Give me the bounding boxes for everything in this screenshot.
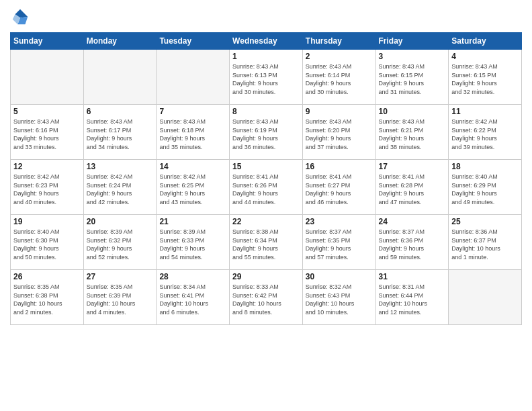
day-number: 4 — [451, 52, 519, 61]
calendar-cell: 8Sunrise: 8:43 AMSunset: 6:19 PMDaylight… — [230, 105, 303, 160]
calendar-cell: 11Sunrise: 8:42 AMSunset: 6:22 PMDayligh… — [449, 105, 522, 160]
calendar-cell: 26Sunrise: 8:35 AMSunset: 6:38 PMDayligh… — [11, 270, 84, 325]
day-number: 14 — [159, 162, 226, 171]
day-number: 28 — [159, 272, 226, 281]
calendar-cell: 28Sunrise: 8:34 AMSunset: 6:41 PMDayligh… — [157, 270, 230, 325]
calendar-cell: 3Sunrise: 8:43 AMSunset: 6:15 PMDaylight… — [375, 50, 449, 105]
day-info: Sunrise: 8:32 AMSunset: 6:43 PMDaylight:… — [306, 283, 373, 316]
day-number: 18 — [451, 162, 519, 171]
day-info: Sunrise: 8:41 AMSunset: 6:27 PMDaylight:… — [306, 173, 373, 206]
logo — [10, 7, 33, 27]
page-header — [10, 7, 522, 27]
day-number: 13 — [87, 162, 154, 171]
day-number: 12 — [13, 162, 81, 171]
calendar-cell: 20Sunrise: 8:39 AMSunset: 6:32 PMDayligh… — [83, 215, 157, 270]
week-row-4: 19Sunrise: 8:40 AMSunset: 6:30 PMDayligh… — [11, 215, 522, 270]
calendar-cell — [449, 270, 522, 325]
day-number: 29 — [232, 272, 300, 281]
day-info: Sunrise: 8:37 AMSunset: 6:35 PMDaylight:… — [306, 228, 373, 261]
week-row-1: 1Sunrise: 8:43 AMSunset: 6:13 PMDaylight… — [11, 50, 522, 105]
calendar-cell: 10Sunrise: 8:43 AMSunset: 6:21 PMDayligh… — [375, 105, 449, 160]
calendar-cell: 5Sunrise: 8:43 AMSunset: 6:16 PMDaylight… — [11, 105, 84, 160]
calendar-cell: 21Sunrise: 8:39 AMSunset: 6:33 PMDayligh… — [157, 215, 230, 270]
calendar-cell: 16Sunrise: 8:41 AMSunset: 6:27 PMDayligh… — [302, 160, 375, 215]
day-number: 10 — [379, 107, 446, 116]
day-info: Sunrise: 8:43 AMSunset: 6:13 PMDaylight:… — [232, 62, 300, 96]
calendar-cell: 2Sunrise: 8:43 AMSunset: 6:14 PMDaylight… — [302, 50, 375, 105]
calendar-cell: 6Sunrise: 8:43 AMSunset: 6:17 PMDaylight… — [83, 105, 157, 160]
calendar: SundayMondayTuesdayWednesdayThursdayFrid… — [10, 32, 522, 325]
day-info: Sunrise: 8:31 AMSunset: 6:44 PMDaylight:… — [379, 283, 446, 316]
day-number: 3 — [379, 52, 446, 61]
calendar-cell: 25Sunrise: 8:36 AMSunset: 6:37 PMDayligh… — [449, 215, 522, 270]
day-number: 5 — [13, 107, 81, 116]
day-info: Sunrise: 8:37 AMSunset: 6:36 PMDaylight:… — [379, 228, 446, 261]
day-number: 19 — [13, 217, 81, 226]
day-info: Sunrise: 8:43 AMSunset: 6:15 PMDaylight:… — [379, 62, 446, 96]
day-info: Sunrise: 8:43 AMSunset: 6:16 PMDaylight:… — [13, 118, 81, 151]
day-info: Sunrise: 8:41 AMSunset: 6:26 PMDaylight:… — [232, 173, 300, 206]
weekday-header-thursday: Thursday — [302, 33, 375, 50]
calendar-cell: 23Sunrise: 8:37 AMSunset: 6:35 PMDayligh… — [302, 215, 375, 270]
day-info: Sunrise: 8:43 AMSunset: 6:18 PMDaylight:… — [159, 118, 226, 151]
weekday-header-sunday: Sunday — [11, 33, 84, 50]
calendar-cell — [83, 50, 157, 105]
calendar-cell: 31Sunrise: 8:31 AMSunset: 6:44 PMDayligh… — [375, 270, 449, 325]
day-info: Sunrise: 8:43 AMSunset: 6:21 PMDaylight:… — [379, 118, 446, 151]
day-info: Sunrise: 8:42 AMSunset: 6:23 PMDaylight:… — [13, 173, 81, 206]
day-number: 7 — [159, 107, 226, 116]
calendar-cell: 14Sunrise: 8:42 AMSunset: 6:25 PMDayligh… — [157, 160, 230, 215]
calendar-cell: 4Sunrise: 8:43 AMSunset: 6:15 PMDaylight… — [449, 50, 522, 105]
calendar-cell: 17Sunrise: 8:41 AMSunset: 6:28 PMDayligh… — [375, 160, 449, 215]
day-number: 16 — [306, 162, 373, 171]
weekday-header-row: SundayMondayTuesdayWednesdayThursdayFrid… — [11, 33, 522, 50]
weekday-header-monday: Monday — [83, 33, 157, 50]
day-number: 11 — [451, 107, 519, 116]
day-info: Sunrise: 8:40 AMSunset: 6:30 PMDaylight:… — [13, 228, 81, 261]
day-number: 22 — [232, 217, 300, 226]
day-info: Sunrise: 8:35 AMSunset: 6:38 PMDaylight:… — [13, 283, 81, 316]
day-info: Sunrise: 8:33 AMSunset: 6:42 PMDaylight:… — [232, 283, 300, 316]
weekday-header-tuesday: Tuesday — [157, 33, 230, 50]
calendar-cell: 24Sunrise: 8:37 AMSunset: 6:36 PMDayligh… — [375, 215, 449, 270]
week-row-5: 26Sunrise: 8:35 AMSunset: 6:38 PMDayligh… — [11, 270, 522, 325]
day-info: Sunrise: 8:38 AMSunset: 6:34 PMDaylight:… — [232, 228, 300, 261]
day-info: Sunrise: 8:39 AMSunset: 6:33 PMDaylight:… — [159, 228, 226, 261]
day-number: 2 — [306, 52, 373, 61]
day-info: Sunrise: 8:43 AMSunset: 6:15 PMDaylight:… — [451, 62, 519, 96]
calendar-cell: 29Sunrise: 8:33 AMSunset: 6:42 PMDayligh… — [230, 270, 303, 325]
calendar-cell: 18Sunrise: 8:40 AMSunset: 6:29 PMDayligh… — [449, 160, 522, 215]
logo-icon — [10, 7, 30, 27]
day-info: Sunrise: 8:36 AMSunset: 6:37 PMDaylight:… — [451, 228, 519, 261]
day-info: Sunrise: 8:41 AMSunset: 6:28 PMDaylight:… — [379, 173, 446, 206]
day-number: 17 — [379, 162, 446, 171]
calendar-cell: 30Sunrise: 8:32 AMSunset: 6:43 PMDayligh… — [302, 270, 375, 325]
week-row-2: 5Sunrise: 8:43 AMSunset: 6:16 PMDaylight… — [11, 105, 522, 160]
calendar-cell: 12Sunrise: 8:42 AMSunset: 6:23 PMDayligh… — [11, 160, 84, 215]
weekday-header-wednesday: Wednesday — [230, 33, 303, 50]
day-info: Sunrise: 8:40 AMSunset: 6:29 PMDaylight:… — [451, 173, 519, 206]
day-number: 31 — [379, 272, 446, 281]
day-number: 9 — [306, 107, 373, 116]
day-number: 24 — [379, 217, 446, 226]
day-info: Sunrise: 8:43 AMSunset: 6:14 PMDaylight:… — [306, 62, 373, 96]
day-info: Sunrise: 8:43 AMSunset: 6:17 PMDaylight:… — [87, 118, 154, 151]
day-number: 6 — [87, 107, 154, 116]
calendar-cell: 9Sunrise: 8:43 AMSunset: 6:20 PMDaylight… — [302, 105, 375, 160]
day-number: 27 — [87, 272, 154, 281]
day-number: 21 — [159, 217, 226, 226]
day-number: 26 — [13, 272, 81, 281]
day-number: 23 — [306, 217, 373, 226]
day-number: 25 — [451, 217, 519, 226]
day-number: 20 — [87, 217, 154, 226]
day-info: Sunrise: 8:42 AMSunset: 6:22 PMDaylight:… — [451, 118, 519, 151]
day-info: Sunrise: 8:34 AMSunset: 6:41 PMDaylight:… — [159, 283, 226, 316]
day-info: Sunrise: 8:39 AMSunset: 6:32 PMDaylight:… — [87, 228, 154, 261]
calendar-cell: 27Sunrise: 8:35 AMSunset: 6:39 PMDayligh… — [83, 270, 157, 325]
day-info: Sunrise: 8:43 AMSunset: 6:19 PMDaylight:… — [232, 118, 300, 151]
calendar-cell: 22Sunrise: 8:38 AMSunset: 6:34 PMDayligh… — [230, 215, 303, 270]
day-info: Sunrise: 8:35 AMSunset: 6:39 PMDaylight:… — [87, 283, 154, 316]
day-info: Sunrise: 8:43 AMSunset: 6:20 PMDaylight:… — [306, 118, 373, 151]
calendar-cell: 1Sunrise: 8:43 AMSunset: 6:13 PMDaylight… — [230, 50, 303, 105]
week-row-3: 12Sunrise: 8:42 AMSunset: 6:23 PMDayligh… — [11, 160, 522, 215]
